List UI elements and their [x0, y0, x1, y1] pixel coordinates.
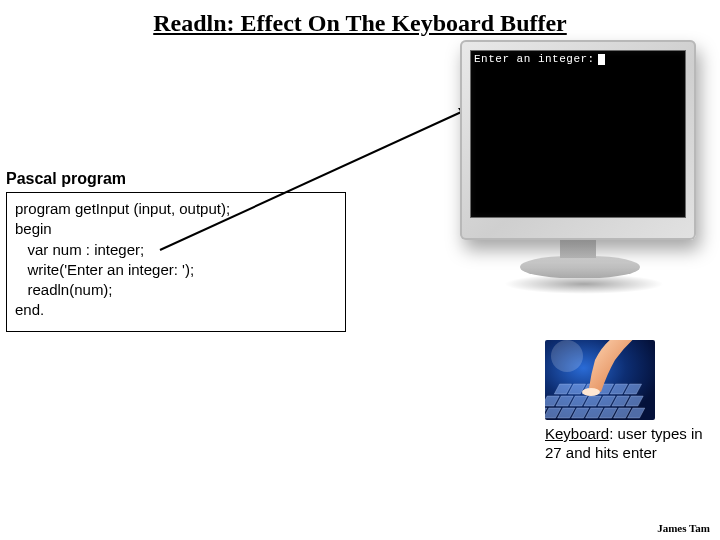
pascal-section-label: Pascal program	[6, 170, 126, 188]
terminal-prompt: Enter an integer:	[471, 51, 598, 67]
footer-author: James Tam	[657, 522, 710, 534]
terminal-cursor	[598, 54, 605, 65]
svg-point-25	[551, 340, 583, 372]
monitor-screen: Enter an integer:	[470, 50, 686, 218]
keyboard-caption: Keyboard: user types in 27 and hits ente…	[545, 425, 705, 463]
keyboard-image	[545, 340, 655, 420]
keyboard-caption-keyword: Keyboard	[545, 425, 609, 442]
monitor-illustration: Enter an integer:	[460, 40, 696, 296]
slide-title: Readln: Effect On The Keyboard Buffer	[0, 10, 720, 37]
svg-point-24	[582, 388, 600, 396]
pascal-code-box: program getInput (input, output); begin …	[6, 192, 346, 332]
